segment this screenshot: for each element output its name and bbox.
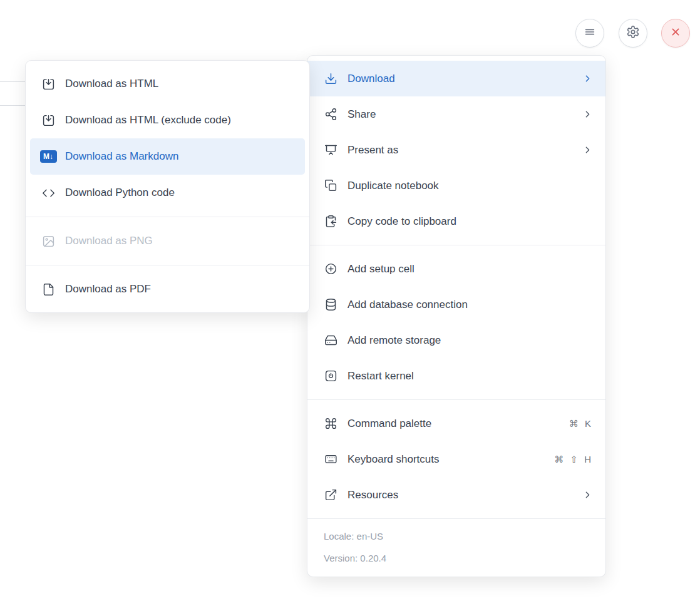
download-icon [324,72,337,86]
hamburger-icon [583,25,597,41]
submenu-item-download-png: Download as PNG [26,223,309,259]
chevron-right-icon [582,73,593,85]
menu-item-duplicate-notebook[interactable]: Duplicate notebook [307,168,605,203]
menu-separator [307,399,605,400]
submenu-item-download-markdown[interactable]: M↓ Download as Markdown [30,138,305,175]
menu-item-label: Keyboard shortcuts [347,453,544,466]
markdown-download-icon: M↓ [41,150,55,163]
menu-item-share[interactable]: Share [307,96,605,132]
menu-item-add-remote-storage[interactable]: Add remote storage [307,322,605,358]
menu-item-label: Add database connection [347,299,593,311]
submenu-item-label: Download as Markdown [65,150,297,163]
shortcut-hint: ⌘ ⇧ H [554,454,593,465]
code-icon [41,186,55,200]
shortcut-hint: ⌘ K [569,418,593,429]
menu-item-download[interactable]: Download [307,61,605,96]
menu-separator [26,265,309,265]
menu-item-label: Duplicate notebook [347,180,593,192]
page-edge-line [0,105,25,106]
submenu-item-download-html[interactable]: Download as HTML [26,66,309,102]
menu-item-label: Restart kernel [347,370,593,382]
menu-item-resources[interactable]: Resources [307,477,605,513]
command-icon [324,417,337,431]
database-icon [324,298,337,312]
image-icon [41,234,55,248]
menu-item-copy-code[interactable]: Copy code to clipboard [307,203,605,239]
presentation-icon [324,143,337,157]
menu-item-add-database-connection[interactable]: Add database connection [307,287,605,322]
submenu-item-label: Download as HTML (exclude code) [65,114,297,126]
menu-item-present-as[interactable]: Present as [307,132,605,168]
close-button[interactable] [661,19,690,48]
menu-item-label: Add setup cell [347,263,593,275]
version-text: Version: 0.20.4 [324,547,589,569]
markdown-badge: M↓ [40,150,57,163]
hard-drive-icon [324,334,337,347]
clipboard-copy-icon [324,215,337,228]
menu-item-label: Present as [347,144,572,157]
close-icon [669,25,682,41]
menu-separator [26,217,309,217]
keyboard-icon [324,453,337,466]
submenu-item-download-python-code[interactable]: Download Python code [26,175,309,211]
submenu-item-download-pdf[interactable]: Download as PDF [26,271,309,307]
menu-item-add-setup-cell[interactable]: Add setup cell [307,251,605,287]
menu-item-keyboard-shortcuts[interactable]: Keyboard shortcuts ⌘ ⇧ H [307,441,605,477]
notebook-actions-button[interactable] [575,19,604,48]
duplicate-icon [324,179,337,193]
menu-item-label: Add remote storage [347,334,593,347]
external-link-icon [324,488,337,502]
chevron-right-icon [582,145,593,156]
app-canvas: Download Share Present as Duplicate note… [0,0,700,616]
submenu-item-download-html-exclude-code[interactable]: Download as HTML (exclude code) [26,102,309,138]
menu-item-label: Command palette [347,418,559,430]
menu-separator [307,245,605,245]
submenu-item-label: Download Python code [65,187,297,199]
menu-item-label: Copy code to clipboard [347,215,593,228]
menu-item-label: Download [347,73,572,85]
menu-item-label: Share [347,108,572,121]
box-download-icon [41,77,55,91]
settings-button[interactable] [619,19,647,48]
submenu-item-label: Download as PDF [65,283,297,295]
power-icon [324,369,337,383]
menu-item-command-palette[interactable]: Command palette ⌘ K [307,406,605,441]
submenu-item-label: Download as HTML [65,78,297,90]
submenu-item-label: Download as PNG [65,235,297,247]
notebook-menu: Download Share Present as Duplicate note… [307,55,606,577]
box-download-icon [41,113,55,127]
menu-footer: Locale: en-US Version: 0.20.4 [307,518,605,572]
file-icon [41,282,55,296]
page-edge-line [0,81,25,82]
menu-item-label: Resources [347,489,572,501]
menu-item-restart-kernel[interactable]: Restart kernel [307,358,605,394]
chevron-right-icon [582,490,593,501]
share-icon [324,108,337,121]
locale-text: Locale: en-US [324,525,589,547]
gear-icon [626,25,640,41]
download-submenu: Download as HTML Download as HTML (exclu… [25,60,310,313]
circle-plus-icon [324,262,337,276]
chevron-right-icon [582,109,593,120]
